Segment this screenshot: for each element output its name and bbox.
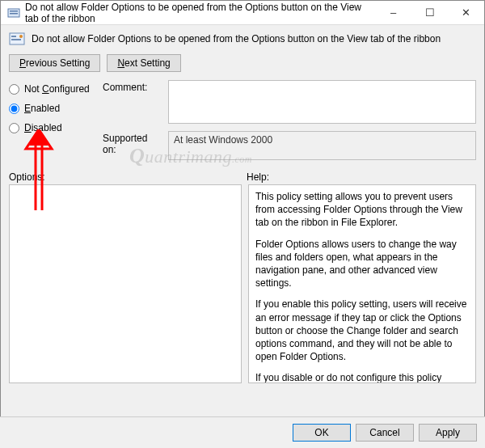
policy-header: Do not allow Folder Options to be opened…	[9, 32, 476, 46]
radio-disabled-input[interactable]	[9, 123, 19, 133]
window-title: Do not allow Folder Options to be opened…	[25, 2, 375, 24]
minimize-button[interactable]: –	[375, 1, 411, 25]
supported-label: Supported on:	[103, 131, 163, 155]
policy-header-icon	[9, 32, 25, 46]
svg-point-6	[19, 35, 23, 38]
close-button[interactable]: ✕	[448, 1, 484, 25]
previous-setting-button[interactable]: Previous Setting	[9, 54, 100, 72]
content-area: Do not allow Folder Options to be opened…	[1, 25, 484, 387]
svg-rect-4	[11, 36, 16, 37]
help-p1: This policy setting allows you to preven…	[255, 190, 469, 230]
comment-label: Comment:	[103, 80, 163, 93]
svg-rect-2	[10, 13, 18, 15]
cancel-button[interactable]: Cancel	[356, 424, 414, 442]
radio-not-configured-input[interactable]	[9, 84, 19, 95]
policy-icon	[7, 6, 20, 19]
help-p4: If you disable or do not configure this …	[255, 371, 469, 383]
radio-enabled-input[interactable]	[9, 104, 19, 114]
svg-rect-5	[11, 39, 21, 40]
radio-not-configured[interactable]: Not Configured	[9, 83, 98, 95]
apply-button[interactable]: Apply	[419, 424, 477, 442]
maximize-button[interactable]: ☐	[411, 1, 448, 25]
policy-title: Do not allow Folder Options to be opened…	[32, 33, 441, 44]
titlebar: Do not allow Folder Options to be opened…	[1, 1, 484, 25]
next-setting-button[interactable]: Next Setting	[107, 54, 180, 72]
help-p2: Folder Options allows users to change th…	[255, 238, 469, 290]
nav-buttons: Previous Setting Next Setting	[9, 54, 476, 72]
radio-enabled[interactable]: Enabled	[9, 103, 98, 114]
help-panel: This policy setting allows you to preven…	[248, 184, 476, 383]
state-radios: Not Configured Enabled Disabled	[9, 80, 98, 142]
ok-button[interactable]: OK	[293, 424, 351, 442]
dialog-footer: OK Cancel Apply	[0, 416, 485, 448]
supported-on-box: At least Windows 2000	[168, 131, 476, 160]
svg-rect-1	[10, 11, 18, 12]
help-p3: If you enable this policy setting, users…	[255, 298, 469, 363]
help-label: Help:	[247, 171, 476, 183]
radio-disabled[interactable]: Disabled	[9, 122, 98, 133]
comment-textarea[interactable]	[168, 80, 476, 124]
options-label: Options:	[9, 171, 247, 183]
options-panel	[9, 184, 242, 383]
